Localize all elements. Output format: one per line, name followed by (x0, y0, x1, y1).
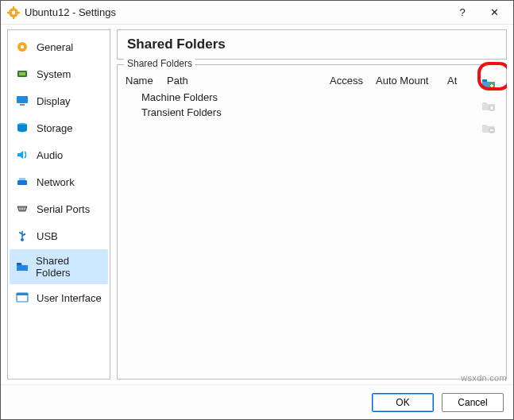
svg-point-19 (19, 232, 21, 233)
svg-rect-20 (24, 233, 25, 235)
svg-rect-9 (19, 72, 25, 75)
sidebar-item-label: Audio (37, 149, 63, 161)
ui-icon (14, 290, 30, 306)
sidebar-item-label: Display (37, 95, 71, 107)
tree-category-transient-folders[interactable]: Transient Folders (141, 105, 473, 120)
storage-icon (14, 120, 30, 136)
svg-rect-23 (17, 293, 28, 295)
titlebar: Ubuntu12 - Settings ? ✕ (1, 1, 513, 25)
col-at[interactable]: At (447, 75, 471, 87)
sidebar-item-serial-ports[interactable]: Serial Ports (10, 195, 108, 222)
sidebar-item-audio[interactable]: Audio (10, 141, 108, 168)
sidebar-item-label: Serial Ports (37, 203, 90, 215)
display-icon (14, 93, 30, 109)
svg-point-16 (21, 208, 23, 210)
usb-icon (14, 228, 30, 244)
chip-icon (14, 66, 30, 82)
sidebar-item-shared-folders[interactable]: Shared Folders (10, 249, 108, 284)
serial-port-icon (14, 201, 30, 217)
col-path[interactable]: Path (167, 75, 330, 87)
svg-point-15 (19, 208, 21, 210)
sidebar-item-storage[interactable]: Storage (10, 114, 108, 141)
sidebar-item-general[interactable]: General (10, 33, 108, 60)
tree-category-machine-folders[interactable]: Machine Folders (141, 90, 473, 105)
sidebar-item-display[interactable]: Display (10, 87, 108, 114)
main-panel: Shared Folders Shared Folders Name Path … (117, 29, 507, 380)
svg-rect-27 (491, 106, 493, 110)
window-title: Ubuntu12 - Settings (25, 6, 446, 18)
sidebar-item-label: User Interface (37, 292, 102, 304)
svg-point-1 (12, 10, 16, 14)
col-automount[interactable]: Auto Mount (376, 75, 447, 87)
network-icon (14, 174, 30, 190)
svg-rect-10 (17, 96, 28, 103)
sidebar-item-user-interface[interactable]: User Interface (10, 284, 108, 311)
shared-folders-group: Shared Folders Name Path Access Auto Mou… (117, 64, 507, 380)
svg-rect-11 (20, 104, 25, 106)
add-shared-folder-button[interactable] (479, 75, 498, 92)
svg-point-7 (21, 45, 24, 48)
audio-icon (14, 147, 30, 163)
category-sidebar: General System Display Storage Audio Net… (7, 29, 110, 380)
close-button[interactable]: ✕ (478, 2, 510, 24)
col-access[interactable]: Access (330, 75, 376, 87)
sidebar-item-usb[interactable]: USB (10, 222, 108, 249)
svg-rect-21 (17, 263, 21, 265)
settings-window: Ubuntu12 - Settings ? ✕ General System D… (0, 0, 514, 420)
sidebar-item-label: System (37, 68, 71, 80)
sidebar-item-label: General (37, 41, 73, 53)
edit-shared-folder-button[interactable] (479, 97, 498, 114)
cancel-button[interactable]: Cancel (442, 393, 504, 412)
remove-shared-folder-button[interactable] (479, 119, 498, 137)
sidebar-item-label: Storage (37, 122, 73, 134)
shared-folders-list[interactable]: Name Path Access Auto Mount At Machine F… (124, 73, 473, 372)
app-settings-icon (7, 6, 20, 19)
sidebar-item-label: Network (37, 176, 75, 188)
svg-rect-14 (19, 178, 25, 180)
watermark: wsxdn.com (461, 373, 507, 383)
page-title: Shared Folders (117, 29, 507, 60)
col-name[interactable]: Name (126, 75, 167, 87)
sidebar-item-label: USB (37, 230, 58, 242)
svg-rect-13 (17, 180, 27, 185)
help-button[interactable]: ? (446, 2, 478, 24)
ok-button[interactable]: OK (372, 393, 434, 412)
group-label: Shared Folders (124, 58, 195, 69)
svg-point-17 (24, 208, 25, 210)
gear-icon (14, 39, 30, 55)
sidebar-item-system[interactable]: System (10, 60, 108, 87)
dialog-footer: OK Cancel (1, 384, 513, 419)
svg-rect-24 (482, 79, 487, 82)
sidebar-item-label: Shared Folders (36, 255, 103, 279)
sidebar-item-network[interactable]: Network (10, 168, 108, 195)
column-headers: Name Path Access Auto Mount At (124, 73, 473, 90)
folder-icon (14, 259, 29, 275)
folder-action-buttons (477, 73, 500, 372)
